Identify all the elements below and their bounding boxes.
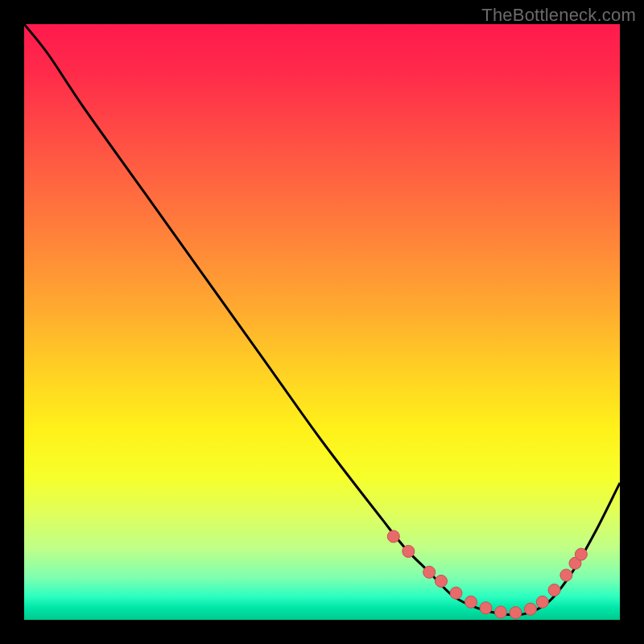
- marker-dot: [536, 596, 548, 608]
- marker-dot: [450, 587, 462, 599]
- marker-dot: [402, 545, 415, 557]
- chart-stage: TheBottleneck.com: [0, 0, 644, 644]
- marker-dot: [436, 575, 448, 587]
- marker-dot: [560, 569, 572, 581]
- marker-dot: [510, 607, 522, 619]
- bottleneck-curve: [24, 24, 620, 615]
- marker-dot: [423, 566, 436, 578]
- marker-dot: [548, 584, 560, 597]
- marker-dot: [575, 548, 587, 560]
- marker-dot: [525, 603, 537, 615]
- optimal-range-markers: [387, 530, 587, 619]
- marker-dot: [480, 602, 492, 614]
- marker-dot: [387, 530, 399, 543]
- curve-layer: [24, 24, 620, 620]
- marker-dot: [465, 596, 477, 608]
- plot-area: [24, 24, 620, 620]
- marker-dot: [495, 606, 507, 618]
- watermark-text: TheBottleneck.com: [481, 5, 636, 26]
